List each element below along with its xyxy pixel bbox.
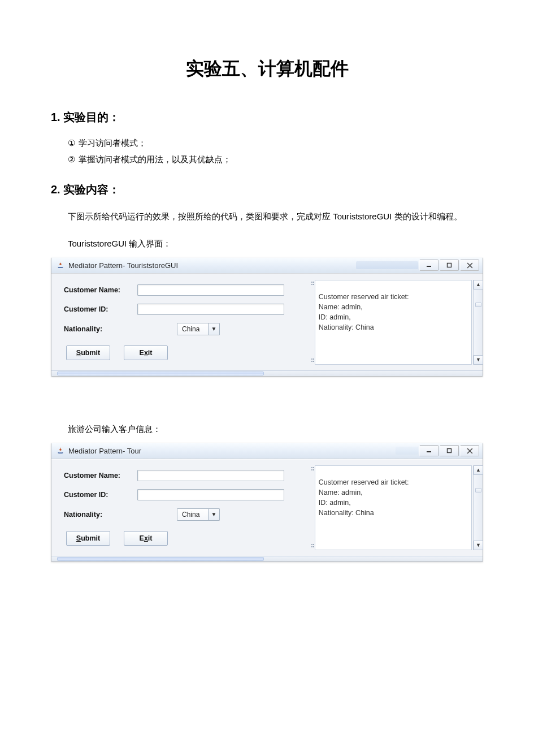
section-1-heading: 1. 实验目的： [51, 110, 483, 125]
customer-id-input[interactable] [137, 489, 284, 500]
svg-rect-3 [448, 449, 451, 453]
customer-name-label: Customer Name: [64, 472, 137, 479]
output-textarea[interactable]: Customer reserved air ticket: Name: admi… [315, 465, 472, 550]
window-body: Customer Name: Customer ID: Nationality:… [51, 274, 483, 370]
form-panel: Customer Name: Customer ID: Nationality:… [51, 465, 310, 550]
submit-button[interactable]: Submit [66, 531, 110, 546]
list-item: ① 学习访问者模式； [68, 135, 483, 152]
scroll-thumb-mark[interactable] [475, 488, 481, 493]
horizontal-scrollbar[interactable] [51, 556, 483, 561]
button-row: Submit Exit [64, 345, 302, 360]
figure-1-caption: TouriststoreGUI 输入界面： [51, 239, 483, 249]
chevron-down-icon: ▼ [208, 323, 219, 335]
minimize-button[interactable] [419, 445, 439, 456]
list-text: 学习访问者模式； [79, 135, 146, 152]
window-title: Mediator Pattern- TouriststoreGUI [68, 261, 354, 270]
vertical-scrollbar[interactable]: ▲ ▼ [473, 465, 483, 550]
nationality-select[interactable]: China ▼ [177, 323, 220, 335]
maximize-button[interactable] [440, 260, 459, 271]
customer-name-input[interactable] [137, 470, 284, 481]
button-row: Submit Exit [64, 531, 302, 546]
java-app-icon [56, 261, 65, 270]
chevron-down-icon: ▼ [208, 509, 219, 520]
form-row-id: Customer ID: [64, 304, 302, 315]
nationality-label: Nationality: [64, 325, 137, 333]
objectives-list: ① 学习访问者模式； ② 掌握访问者模式的用法，以及其优缺点； [68, 135, 483, 167]
titlebar-decoration [396, 447, 418, 455]
output-panel: Customer reserved air ticket: Name: admi… [315, 465, 483, 550]
submit-button[interactable]: Submit [66, 345, 110, 360]
customer-id-input[interactable] [137, 304, 284, 315]
svg-rect-0 [427, 266, 431, 267]
window-body: Customer Name: Customer ID: Nationality:… [51, 459, 483, 556]
list-marker: ② [68, 152, 75, 168]
window-controls [418, 260, 479, 271]
svg-rect-1 [448, 263, 451, 267]
split-divider[interactable] [310, 280, 315, 365]
form-row-nationality: Nationality: China ▼ [64, 508, 302, 521]
list-text: 掌握访问者模式的用法，以及其优缺点； [79, 152, 231, 168]
window-controls [418, 445, 479, 456]
exit-button[interactable]: Exit [124, 531, 168, 546]
titlebar[interactable]: Mediator Pattern- TouriststoreGUI [51, 258, 483, 274]
exit-post: it [148, 534, 153, 542]
scroll-up-button[interactable]: ▲ [474, 280, 483, 290]
section-2-paragraph: 下图示所给代码运行的效果，按照所给的代码，类图和要求，完成对应 Tourists… [51, 209, 483, 225]
list-item: ② 掌握访问者模式的用法，以及其优缺点； [68, 152, 483, 168]
section-2-heading: 2. 实验内容： [51, 182, 483, 197]
nationality-select[interactable]: China ▼ [177, 508, 220, 521]
document-page: 实验五、计算机配件 1. 实验目的： ① 学习访问者模式； ② 掌握访问者模式的… [0, 0, 534, 613]
output-textarea[interactable]: Customer reserved air ticket: Name: admi… [315, 280, 472, 365]
scroll-up-button[interactable]: ▲ [474, 465, 483, 475]
minimize-button[interactable] [419, 260, 439, 271]
document-title: 实验五、计算机配件 [51, 57, 483, 81]
submit-mnemonic: S [76, 534, 81, 542]
vertical-scrollbar[interactable]: ▲ ▼ [473, 280, 483, 365]
titlebar[interactable]: Mediator Pattern- Tour [51, 443, 483, 459]
customer-id-label: Customer ID: [64, 491, 137, 499]
horizontal-scrollbar[interactable] [51, 370, 483, 376]
form-panel: Customer Name: Customer ID: Nationality:… [51, 280, 310, 365]
customer-id-label: Customer ID: [64, 305, 137, 313]
split-divider[interactable] [310, 465, 315, 550]
scroll-thumb-mark[interactable] [475, 303, 481, 307]
submit-mnemonic: S [76, 349, 81, 357]
exit-pre: E [140, 534, 144, 542]
java-app-icon [56, 446, 65, 455]
exit-pre: E [140, 349, 144, 357]
titlebar-decoration [356, 261, 418, 269]
exit-mnemonic: x [144, 349, 148, 357]
customer-name-input[interactable] [137, 284, 284, 296]
form-row-name: Customer Name: [64, 284, 302, 296]
scroll-down-button[interactable]: ▼ [474, 541, 483, 550]
close-button[interactable] [460, 260, 479, 271]
close-button[interactable] [460, 445, 479, 456]
form-row-nationality: Nationality: China ▼ [64, 323, 302, 335]
form-row-name: Customer Name: [64, 470, 302, 481]
horizontal-scroll-thumb[interactable] [57, 557, 264, 561]
output-panel: Customer reserved air ticket: Name: admi… [315, 280, 483, 365]
customer-name-label: Customer Name: [64, 286, 137, 294]
list-marker: ① [68, 135, 75, 152]
window-tour: Mediator Pattern- Tour Customer Name: [51, 443, 483, 562]
exit-mnemonic: x [144, 534, 148, 542]
maximize-button[interactable] [440, 445, 459, 456]
horizontal-scroll-thumb[interactable] [57, 371, 264, 375]
exit-post: it [148, 349, 153, 357]
exit-button[interactable]: Exit [124, 345, 168, 360]
nationality-value: China [177, 325, 208, 333]
nationality-label: Nationality: [64, 511, 137, 519]
figure-2-caption: 旅游公司输入客户信息： [51, 424, 483, 435]
window-touriststoregui: Mediator Pattern- TouriststoreGUI Custom… [51, 257, 483, 377]
svg-rect-2 [427, 451, 431, 452]
form-row-id: Customer ID: [64, 489, 302, 500]
nationality-value: China [177, 511, 208, 519]
window-title: Mediator Pattern- Tour [68, 447, 393, 455]
scroll-down-button[interactable]: ▼ [474, 355, 483, 365]
